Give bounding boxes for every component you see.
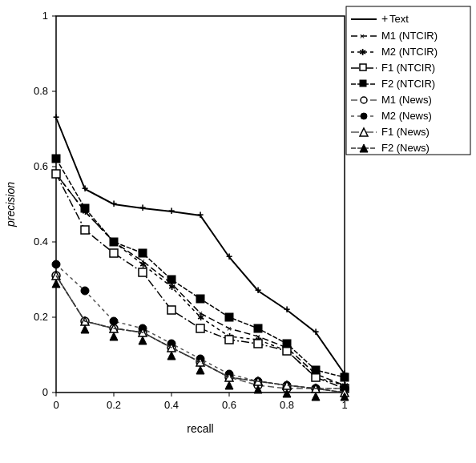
svg-text:+: + [111, 197, 117, 210]
legend-f2-news-label: F2 (News) [381, 142, 430, 154]
svg-rect-45 [81, 204, 89, 212]
xtick-label-0: 0 [53, 399, 58, 411]
svg-text:+: + [168, 204, 175, 217]
svg-rect-39 [225, 336, 233, 344]
svg-rect-51 [254, 324, 262, 332]
chart-container: .axis-text { font-size: 13px; font-famil… [0, 0, 476, 463]
svg-rect-53 [312, 366, 320, 374]
legend-m1-ntcir-marker: × [360, 31, 365, 41]
svg-rect-46 [110, 238, 118, 246]
svg-text:✱: ✱ [197, 312, 204, 322]
svg-rect-36 [139, 268, 147, 276]
ytick-label-04: 0.4 [34, 236, 48, 248]
svg-text:+: + [53, 111, 59, 123]
y-axis-label: precision [4, 182, 17, 227]
legend-m1-news-label: M1 (News) [381, 94, 432, 106]
legend-m1-news-marker [361, 97, 367, 103]
legend-f2-ntcir-label: F2 (NTCIR) [381, 78, 435, 90]
xtick-label-08: 0.8 [280, 399, 294, 411]
legend-text-label: Text [389, 13, 409, 25]
svg-rect-50 [225, 313, 233, 321]
svg-text:+: + [255, 284, 261, 296]
svg-text:✱: ✱ [139, 260, 147, 269]
svg-rect-35 [110, 249, 118, 257]
svg-rect-52 [283, 340, 291, 348]
legend-m2-ntcir-label: M2 (NTCIR) [381, 46, 438, 58]
svg-rect-34 [81, 226, 89, 234]
legend-m1-ntcir-label: M1 (NTCIR) [381, 30, 438, 42]
svg-text:+: + [226, 250, 232, 263]
ytick-label-10: 1 [42, 10, 48, 22]
svg-rect-48 [167, 276, 175, 284]
svg-point-66 [52, 260, 60, 268]
x-axis-label: recall [187, 422, 213, 435]
svg-rect-38 [196, 324, 204, 332]
svg-rect-40 [254, 340, 262, 348]
ytick-label-08: 0.8 [34, 85, 48, 97]
xtick-label-06: 0.6 [222, 399, 236, 411]
legend-f1-news-label: F1 (News) [381, 126, 430, 138]
legend-f1-ntcir-marker [360, 64, 366, 70]
svg-text:+: + [197, 208, 204, 221]
svg-text:+: + [313, 325, 319, 338]
xtick-label-02: 0.2 [107, 399, 121, 411]
xtick-label-04: 0.4 [164, 399, 179, 411]
svg-rect-33 [52, 170, 60, 178]
ytick-label-0: 0 [42, 386, 48, 398]
svg-rect-44 [52, 155, 60, 163]
svg-rect-49 [196, 295, 204, 303]
svg-text:+: + [139, 201, 146, 214]
svg-text:+: + [284, 303, 290, 316]
legend-m2-news-marker [361, 113, 367, 119]
legend-text-marker: + [381, 12, 388, 25]
ytick-label-02: 0.2 [34, 311, 48, 323]
legend-f1-ntcir-label: F1 (NTCIR) [381, 62, 435, 74]
svg-rect-37 [167, 306, 175, 314]
svg-rect-47 [139, 249, 147, 257]
svg-point-67 [81, 287, 89, 295]
svg-rect-54 [341, 373, 349, 381]
legend-m2-ntcir-marker: ✱ [359, 47, 366, 57]
ytick-label-06: 0.6 [34, 160, 48, 172]
legend-m2-news-label: M2 (News) [381, 110, 432, 122]
legend-f2-ntcir-marker [360, 80, 366, 87]
chart-svg: .axis-text { font-size: 13px; font-famil… [0, 0, 476, 463]
plot-area [56, 16, 345, 393]
svg-text:+: + [82, 182, 88, 195]
